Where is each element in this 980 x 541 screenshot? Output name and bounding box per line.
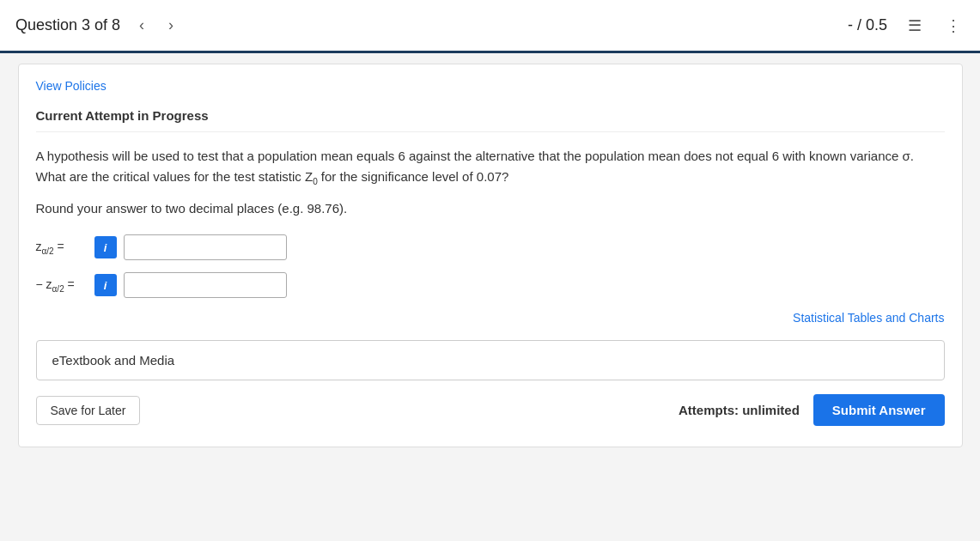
bottom-bar: Save for Later Attempts: unlimited Submi… [36,394,945,426]
z-alpha-label-1: zα/2 = [36,240,88,256]
current-attempt-label: Current Attempt in Progress [36,108,945,132]
info-button-2[interactable]: i [94,274,117,296]
stat-tables-link[interactable]: Statistical Tables and Charts [793,311,944,325]
stat-link-container: Statistical Tables and Charts [36,310,945,325]
save-for-later-button[interactable]: Save for Later [36,396,141,425]
question-text: A hypothesis will be used to test that a… [36,146,945,189]
etextbook-bar: eTextbook and Media [36,340,945,380]
bottom-right: Attempts: unlimited Submit Answer [679,394,944,426]
top-bar: Question 3 of 8 ‹ › - / 0.5 ☰ ⋮ [0,0,980,53]
score-label: - / 0.5 [848,16,887,34]
question-label: Question 3 of 8 [15,16,120,34]
z-alpha-label-2: − zα/2 = [36,277,88,294]
question-text-part2: for the significance level of 0.07? [318,169,509,184]
input-row-1: zα/2 = i [36,234,945,260]
top-bar-right: - / 0.5 ☰ ⋮ [848,13,965,39]
etextbook-label: eTextbook and Media [52,353,175,368]
submit-answer-button[interactable]: Submit Answer [813,394,945,426]
list-icon-button[interactable]: ☰ [904,13,925,39]
attempts-label: Attempts: unlimited [679,403,800,417]
next-button[interactable]: › [163,13,179,38]
view-policies-link[interactable]: View Policies [36,79,107,93]
answer-input-1[interactable] [124,234,287,260]
top-bar-left: Question 3 of 8 ‹ › [15,13,179,38]
input-row-2: − zα/2 = i [36,272,945,298]
more-icon-button[interactable]: ⋮ [942,13,965,39]
main-content: View Policies Current Attempt in Progres… [18,64,963,447]
answer-input-2[interactable] [124,272,287,298]
info-button-1[interactable]: i [94,236,117,258]
prev-button[interactable]: ‹ [134,13,149,38]
round-note: Round your answer to two decimal places … [36,201,945,216]
